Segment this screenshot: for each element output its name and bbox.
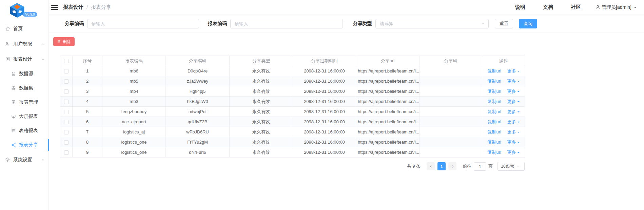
table-row: 5 tengzhouboy mtwbjPot 永久有效 2098-12-31 1… (60, 107, 525, 117)
next-page-button[interactable] (448, 162, 456, 170)
more-dropdown[interactable]: 更多 (507, 129, 520, 135)
reset-button[interactable]: 重置 (495, 19, 513, 28)
monitor-icon (11, 114, 16, 119)
page-size-select[interactable]: 10条/页 (497, 162, 525, 171)
sidebar-item-table-report[interactable]: 表格报表 (0, 124, 48, 138)
sidebar-item-report-design[interactable]: 报表设计 (0, 51, 48, 67)
logo-area: V0.9.9 (0, 0, 48, 20)
user-menu[interactable]: 管理员[admin] (595, 4, 637, 10)
delete-button[interactable]: 删除 (53, 37, 75, 46)
row-checkbox[interactable] (64, 120, 69, 124)
caret-down-icon (518, 132, 520, 134)
sidebar-item-report-management[interactable]: 报表管理 (0, 95, 48, 109)
col-header-share-password: 分享码 (419, 56, 482, 66)
goto-page-input[interactable] (474, 162, 486, 171)
cell-expire-time: 2098-12-31 16:00:00 (293, 127, 356, 137)
page-size-value: 10条/页 (501, 164, 515, 169)
more-dropdown[interactable]: 更多 (507, 149, 520, 155)
cell-share-url: https://ajreport.beliefteam.cn/i... (356, 147, 419, 158)
user-icon (595, 5, 600, 10)
user-name: 管理员[admin] (602, 4, 631, 10)
more-link-label: 更多 (507, 129, 516, 135)
topbar-right: 说明 文档 社区 管理员[admin] (497, 4, 637, 10)
cell-report-code: mb4 (102, 86, 166, 97)
more-dropdown[interactable]: 更多 (507, 119, 520, 125)
cell-share-url: https://ajreport.beliefteam.cn/i... (356, 97, 419, 107)
sidebar-item-label: 首页 (13, 26, 23, 32)
copy-url-link[interactable]: 复制url (487, 68, 501, 74)
row-checkbox[interactable] (64, 130, 69, 134)
sidebar-item-data-source[interactable]: 数据源 (0, 67, 48, 81)
copy-url-link[interactable]: 复制url (487, 140, 501, 145)
select-all-checkbox[interactable] (64, 59, 69, 63)
cell-share-type: 永久有效 (230, 117, 293, 127)
cell-share-password (419, 137, 482, 147)
share-code-input[interactable] (87, 19, 199, 28)
row-checkbox[interactable] (64, 100, 69, 104)
chevron-down-icon (516, 165, 520, 168)
query-button[interactable]: 查询 (519, 19, 537, 28)
sidebar-item-user-permissions[interactable]: 用户权限 (0, 36, 48, 51)
report-management-icon (11, 100, 16, 105)
copy-url-link[interactable]: 复制url (487, 89, 501, 94)
more-dropdown[interactable]: 更多 (507, 109, 520, 115)
cell-expire-time: 2098-12-31 16:00:00 (293, 107, 356, 117)
copy-url-link[interactable]: 复制url (487, 79, 501, 84)
sidebar-item-home[interactable]: 首页 (0, 21, 48, 36)
home-icon (5, 26, 10, 31)
prev-page-button[interactable] (427, 162, 435, 170)
table-row: 2 mb5 zJa5Wwey 永久有效 2098-12-31 16:00:00 … (60, 76, 525, 86)
cell-report-code: mb6 (102, 66, 166, 76)
cell-share-password (419, 76, 482, 86)
more-dropdown[interactable]: 更多 (507, 88, 520, 94)
more-dropdown[interactable]: 更多 (507, 139, 520, 145)
row-checkbox[interactable] (64, 150, 69, 155)
caret-down-icon (518, 152, 520, 154)
copy-url-link[interactable]: 复制url (487, 109, 501, 114)
row-checkbox[interactable] (64, 89, 69, 94)
hamburger-menu-icon[interactable] (51, 4, 58, 11)
sidebar-item-label: 表格报表 (19, 128, 38, 134)
copy-url-link[interactable]: 复制url (487, 99, 501, 104)
report-design-icon (5, 57, 10, 62)
sidebar-item-system-settings[interactable]: 系统设置 (0, 152, 48, 167)
more-link-label: 更多 (507, 139, 516, 145)
sidebar-item-report-share[interactable]: 报表分享 (0, 138, 48, 152)
row-checkbox[interactable] (64, 140, 69, 145)
more-dropdown[interactable]: 更多 (507, 68, 520, 74)
cell-share-url: https://ajreport.beliefteam.cn/i... (356, 66, 419, 76)
row-checkbox[interactable] (64, 79, 69, 84)
more-link-label: 更多 (507, 149, 516, 155)
report-code-input[interactable] (230, 19, 343, 28)
cell-report-code: logistics_one (102, 137, 166, 147)
cell-share-type: 永久有效 (230, 147, 293, 158)
cell-expire-time: 2098-12-31 16:00:00 (293, 86, 356, 97)
cell-share-url: https://ajreport.beliefteam.cn/i... (356, 117, 419, 127)
page-number-button[interactable]: 1 (437, 162, 446, 170)
cell-expire-time: 2098-12-31 16:00:00 (293, 147, 356, 158)
topbar-link-community[interactable]: 社区 (571, 4, 581, 10)
cell-operations: 复制url 更多 (482, 107, 525, 117)
copy-url-link[interactable]: 复制url (487, 119, 501, 124)
cell-index: 7 (73, 127, 102, 137)
share-table: 序号 报表编码 分享编码 分享类型 分享过期时间 分享url 分享码 操作 1 … (60, 56, 525, 158)
cell-operations: 复制url 更多 (482, 137, 525, 147)
cell-share-type: 永久有效 (230, 97, 293, 107)
topbar-link-help[interactable]: 说明 (515, 4, 525, 10)
row-checkbox[interactable] (64, 110, 69, 114)
breadcrumb-section: 报表设计 (63, 4, 83, 10)
copy-url-link[interactable]: 复制url (487, 129, 501, 134)
sidebar-item-label: 报表分享 (19, 142, 38, 148)
more-dropdown[interactable]: 更多 (507, 99, 520, 105)
topbar-link-docs[interactable]: 文档 (543, 4, 553, 10)
row-checkbox[interactable] (64, 69, 69, 74)
cell-share-type: 永久有效 (230, 76, 293, 86)
sidebar-item-dataset[interactable]: 数据集 (0, 81, 48, 95)
sidebar-item-bigscreen-report[interactable]: 大屏报表 (0, 109, 48, 124)
cell-index: 6 (73, 117, 102, 127)
cell-share-url: https://ajreport.beliefteam.cn/i... (356, 86, 419, 97)
share-type-select[interactable]: 请选择 (375, 19, 489, 28)
copy-url-link[interactable]: 复制url (487, 150, 501, 155)
more-dropdown[interactable]: 更多 (507, 78, 520, 84)
more-link-label: 更多 (507, 119, 516, 125)
